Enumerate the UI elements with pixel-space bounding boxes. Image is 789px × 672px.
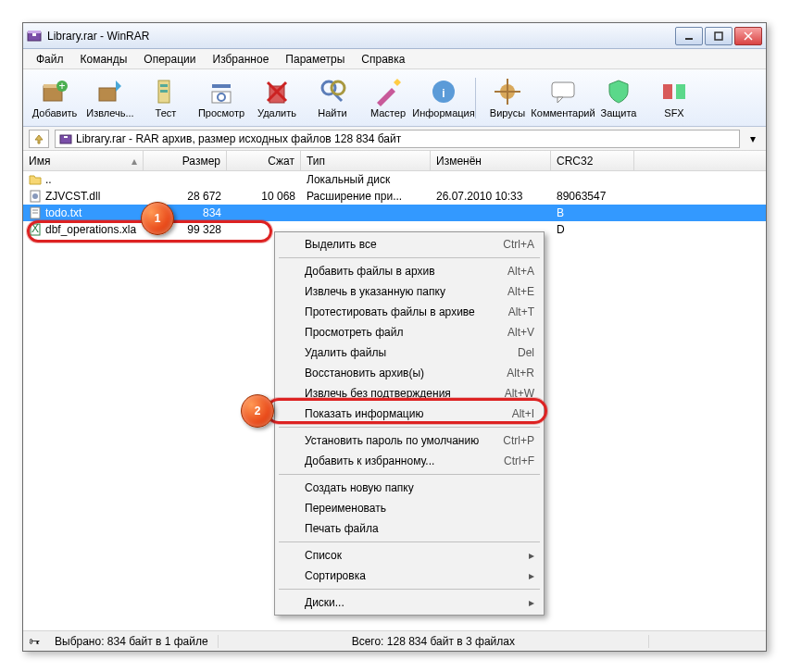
- menu-item[interactable]: Сортировка: [277, 566, 542, 586]
- file-icon: [29, 206, 42, 219]
- find-icon: [318, 77, 347, 106]
- maximize-button[interactable]: [705, 27, 733, 45]
- col-modified[interactable]: Изменён: [431, 151, 551, 170]
- window-title: Library.rar - WinRAR: [47, 30, 673, 43]
- tb-find[interactable]: Найти: [305, 71, 360, 125]
- tb-view[interactable]: Просмотр: [194, 71, 249, 125]
- svg-rect-18: [269, 86, 284, 103]
- menu-item[interactable]: Добавить к избранному...Ctrl+F: [277, 451, 542, 471]
- menu-item[interactable]: Печать файла: [277, 518, 542, 539]
- info-icon: i: [429, 77, 458, 106]
- file-icon: [29, 173, 42, 186]
- menu-options[interactable]: Параметры: [278, 51, 352, 68]
- toolbar: +Добавить Извлечь... Тест Просмотр Удали…: [23, 69, 766, 127]
- table-row[interactable]: todo.txt834B: [23, 205, 766, 221]
- table-row[interactable]: ..Локальный диск: [23, 171, 766, 188]
- menu-favorites[interactable]: Избранное: [206, 51, 277, 68]
- menu-separator: [279, 257, 540, 258]
- menu-item[interactable]: Извлечь в указанную папкуAlt+E: [277, 281, 542, 302]
- menu-item[interactable]: Диски...: [277, 592, 542, 613]
- address-bar: Library.rar - RAR архив, размер исходных…: [23, 127, 766, 151]
- menu-item-shortcut: Alt+A: [507, 265, 534, 278]
- menu-item-shortcut: Del: [518, 346, 534, 359]
- col-packed[interactable]: Сжат: [227, 151, 301, 170]
- file-type: Расширение при...: [301, 190, 431, 203]
- menu-item[interactable]: Список: [277, 545, 542, 566]
- app-icon: [27, 29, 42, 44]
- table-row[interactable]: ZJVCST.dll28 67210 068Расширение при...2…: [23, 188, 766, 205]
- tb-delete[interactable]: Удалить: [249, 71, 305, 125]
- menu-item[interactable]: Установить пароль по умолчаниюCtrl+P: [277, 430, 542, 451]
- menu-item-label: Восстановить архив(ы): [305, 367, 424, 380]
- highlight-ring-2: [266, 398, 547, 424]
- sfx-icon: [659, 77, 689, 106]
- statusbar: 🗝 Выбрано: 834 байт в 1 файле Всего: 128…: [23, 630, 766, 651]
- extract-icon: [95, 77, 125, 106]
- col-name[interactable]: Имя▴: [23, 151, 144, 170]
- callout-1: 1: [141, 202, 174, 235]
- file-name: todo.txt: [45, 206, 81, 219]
- status-icon: 🗝: [29, 635, 40, 648]
- col-crc[interactable]: CRC32: [551, 151, 634, 170]
- tb-info[interactable]: iИнформация: [416, 71, 471, 125]
- tb-test[interactable]: Тест: [138, 71, 194, 125]
- test-icon: [151, 77, 181, 106]
- menu-separator: [279, 427, 540, 428]
- tb-sfx[interactable]: SFX: [646, 71, 702, 125]
- col-size[interactable]: Размер: [144, 151, 227, 170]
- svg-rect-2: [32, 33, 36, 36]
- svg-point-35: [32, 193, 38, 199]
- up-button[interactable]: [29, 130, 49, 148]
- svg-point-23: [332, 81, 344, 94]
- delete-icon: [262, 77, 292, 106]
- svg-rect-11: [99, 88, 116, 101]
- menu-item[interactable]: Просмотреть файлAlt+V: [277, 322, 542, 342]
- menu-item[interactable]: Восстановить архив(ы)Alt+R: [277, 363, 542, 383]
- menu-item-label: Список: [305, 549, 342, 562]
- menu-item-label: Добавить файлы в архив: [305, 265, 435, 278]
- menu-item[interactable]: Протестировать файлы в архивеAlt+T: [277, 302, 542, 322]
- callout-2: 2: [241, 394, 274, 428]
- menu-item[interactable]: Добавить файлы в архивAlt+A: [277, 261, 542, 281]
- menu-item-shortcut: Alt+R: [507, 367, 534, 380]
- tb-add[interactable]: +Добавить: [27, 71, 82, 125]
- svg-rect-4: [715, 32, 722, 40]
- tb-protect[interactable]: Защита: [591, 71, 646, 125]
- file-name: ZJVCST.dll: [45, 190, 100, 203]
- menubar: Файл Команды Операции Избранное Параметр…: [23, 49, 766, 69]
- menu-item-label: Протестировать файлы в архиве: [305, 305, 475, 318]
- menu-item-shortcut: Ctrl+F: [504, 454, 534, 467]
- tb-virus[interactable]: Вирусы: [480, 71, 535, 125]
- status-selected: Выбрано: 834 байт в 1 файле: [45, 635, 219, 648]
- minimize-button[interactable]: [675, 27, 703, 45]
- tb-comment[interactable]: Комментарий: [535, 71, 591, 125]
- list-header: Имя▴ Размер Сжат Тип Изменён CRC32: [23, 151, 766, 171]
- svg-rect-13: [160, 84, 168, 87]
- view-icon: [207, 77, 236, 106]
- menu-item[interactable]: Удалить файлыDel: [277, 342, 542, 363]
- tb-wizard[interactable]: Мастер: [360, 71, 416, 125]
- wizard-icon: [373, 77, 403, 106]
- menu-item[interactable]: Переименовать: [277, 498, 542, 518]
- menu-commands[interactable]: Команды: [73, 51, 135, 68]
- archive-add-icon: +: [40, 77, 69, 106]
- file-crc: D: [551, 223, 634, 236]
- menu-item-label: Удалить файлы: [305, 346, 386, 359]
- menu-file[interactable]: Файл: [29, 51, 71, 68]
- menu-item-shortcut: Alt+V: [507, 326, 534, 339]
- menu-item-label: Диски...: [305, 596, 344, 609]
- menu-item-label: Создать новую папку: [305, 481, 414, 494]
- menu-help[interactable]: Справка: [354, 51, 412, 68]
- menu-item[interactable]: Выделить всеCtrl+A: [277, 234, 542, 255]
- menu-separator: [279, 589, 540, 590]
- file-crc: B: [551, 206, 634, 219]
- svg-rect-33: [64, 136, 68, 138]
- comment-icon: [548, 77, 578, 106]
- close-button[interactable]: [734, 27, 762, 45]
- tb-extract[interactable]: Извлечь...: [82, 71, 138, 125]
- menu-item[interactable]: Создать новую папку: [277, 478, 542, 498]
- path-field[interactable]: Library.rar - RAR архив, размер исходных…: [55, 130, 740, 148]
- col-type[interactable]: Тип: [301, 151, 431, 170]
- path-dropdown[interactable]: ▾: [745, 130, 760, 148]
- menu-operations[interactable]: Операции: [136, 51, 203, 68]
